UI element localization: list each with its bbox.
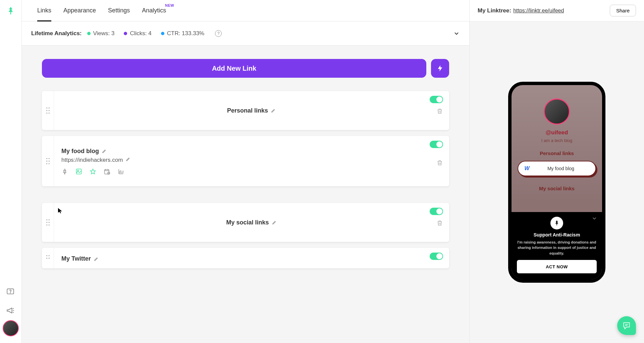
svg-point-7: [48, 113, 49, 114]
section-card: Personal links: [42, 91, 449, 130]
enable-toggle[interactable]: [430, 208, 443, 215]
svg-point-18: [46, 219, 47, 220]
help-tooltip-icon[interactable]: ?: [215, 30, 222, 37]
new-badge: NEW: [165, 3, 174, 7]
enable-toggle[interactable]: [430, 141, 443, 148]
edit-icon[interactable]: [125, 156, 131, 162]
svg-point-12: [46, 163, 47, 164]
logo-icon[interactable]: [6, 6, 16, 16]
svg-point-11: [48, 160, 49, 161]
svg-point-25: [48, 255, 49, 256]
add-link-button[interactable]: Add New Link: [42, 59, 426, 78]
enable-toggle[interactable]: [430, 96, 443, 103]
edit-icon[interactable]: [102, 148, 107, 154]
svg-point-26: [46, 258, 47, 259]
stat-ctr: CTR: 133.33%: [161, 30, 205, 37]
edit-icon[interactable]: [271, 108, 276, 113]
sidebar: [0, 0, 22, 343]
section-title: My social links: [226, 219, 269, 226]
analytics-summary: Lifetime Analytics: Views: 3 Clicks: 4 C…: [22, 21, 469, 46]
leap-icon[interactable]: [61, 168, 68, 175]
preview-url-link[interactable]: https://linktr.ee/uifeed: [513, 8, 564, 14]
preview-section: Personal links: [518, 150, 596, 156]
banner-title: Support Anti-Racism: [517, 232, 597, 237]
svg-point-24: [46, 255, 47, 256]
link-card: My Twitter: [42, 248, 449, 268]
link-title: My Twitter: [61, 255, 91, 262]
drag-handle-icon[interactable]: [42, 91, 54, 130]
svg-point-5: [48, 110, 49, 111]
preview-handle: @uifeed: [518, 129, 596, 136]
banner: Support Anti-Racism I'm raising awarenes…: [512, 212, 602, 280]
preview-header: My Linktree: https://linktr.ee/uifeed Sh…: [470, 0, 644, 21]
user-avatar[interactable]: [3, 320, 19, 336]
section-card: My social links: [42, 203, 449, 242]
chat-fab[interactable]: [617, 316, 636, 335]
svg-point-13: [48, 163, 49, 164]
tab-settings[interactable]: Settings: [102, 0, 136, 21]
links-list: Add New Link Personal links: [22, 46, 469, 343]
expand-analytics-icon[interactable]: [453, 30, 460, 37]
banner-description: I'm raising awareness, driving donations…: [517, 239, 597, 256]
drag-handle-icon[interactable]: [42, 136, 54, 186]
svg-point-22: [46, 224, 47, 225]
tab-bar: Links Appearance Settings NEW Analytics: [22, 0, 469, 21]
tab-links[interactable]: Links: [31, 0, 57, 21]
drag-handle-icon[interactable]: [42, 248, 54, 268]
svg-point-9: [48, 158, 49, 159]
svg-point-3: [48, 108, 49, 109]
help-icon[interactable]: [6, 287, 15, 297]
svg-point-2: [46, 108, 47, 109]
tab-appearance[interactable]: Appearance: [57, 0, 102, 21]
link-tools-row: [61, 168, 124, 175]
enable-toggle[interactable]: [430, 253, 443, 260]
svg-point-6: [46, 113, 47, 114]
delete-icon[interactable]: [436, 220, 443, 226]
svg-point-15: [77, 170, 78, 171]
act-now-button[interactable]: ACT NOW: [517, 260, 597, 273]
link-card: My food blog https://indiehackers.com: [42, 136, 449, 186]
edit-icon[interactable]: [94, 256, 99, 262]
preview-bio: I am a tech blog: [518, 138, 596, 143]
share-button[interactable]: Share: [610, 5, 636, 16]
svg-point-4: [46, 110, 47, 111]
delete-icon[interactable]: [436, 159, 443, 166]
quick-add-button[interactable]: [431, 59, 449, 78]
preview-pane: My Linktree: https://linktr.ee/uifeed Sh…: [470, 0, 644, 343]
section-title: Personal links: [227, 107, 268, 114]
svg-point-21: [48, 222, 49, 223]
preview-label: My Linktree:: [478, 7, 511, 14]
link-url: https://indiehackers.com: [61, 157, 123, 163]
svg-point-1: [10, 293, 10, 293]
svg-point-8: [46, 158, 47, 159]
link-brand-icon: W: [523, 165, 531, 172]
chevron-down-icon[interactable]: [591, 215, 597, 221]
preview-section: My social links: [518, 186, 596, 191]
thumbnail-icon[interactable]: [75, 168, 82, 175]
svg-rect-16: [105, 169, 109, 174]
svg-point-20: [46, 222, 47, 223]
megaphone-icon[interactable]: [6, 306, 15, 316]
svg-point-19: [48, 219, 49, 220]
analytics-label: Lifetime Analytics:: [31, 30, 82, 37]
tab-analytics[interactable]: NEW Analytics: [136, 0, 172, 21]
preview-avatar: [544, 98, 570, 125]
link-title: My food blog: [61, 148, 99, 155]
schedule-icon[interactable]: [104, 168, 110, 175]
banner-logo-icon: [550, 217, 563, 229]
stats-icon[interactable]: [118, 168, 124, 175]
phone-preview: @uifeed I am a tech blog Personal links …: [508, 82, 605, 283]
preview-link-button[interactable]: W My food blog: [518, 161, 596, 176]
svg-point-23: [48, 224, 49, 225]
stat-clicks: Clicks: 4: [124, 30, 151, 37]
svg-point-27: [48, 258, 49, 259]
stat-views: Views: 3: [87, 30, 115, 37]
star-icon[interactable]: [90, 168, 96, 175]
delete-icon[interactable]: [436, 108, 443, 115]
edit-icon[interactable]: [272, 220, 277, 225]
svg-point-10: [46, 160, 47, 161]
drag-handle-icon[interactable]: [42, 203, 54, 242]
